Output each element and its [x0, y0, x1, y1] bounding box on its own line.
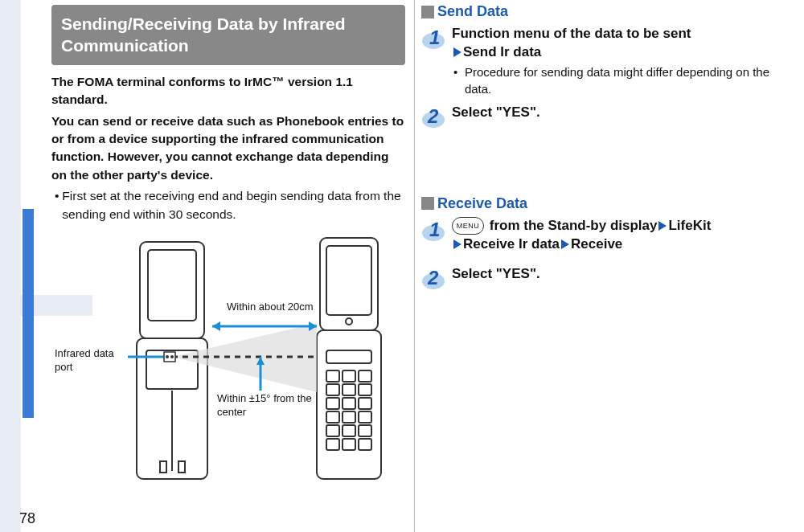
receive-step1-a: from the Stand-by display: [486, 218, 657, 233]
svg-rect-0: [140, 242, 204, 338]
receive-step1-c: Receive Ir data: [463, 236, 560, 252]
intro-para-1: The FOMA terminal conforms to IrMC™ vers…: [51, 73, 405, 109]
sidebar-strip: [0, 0, 21, 532]
ir-diagram: Within about 20cm Infrared data port Wit…: [51, 230, 405, 495]
label-ir-port: Infrared data port: [55, 347, 127, 374]
svg-rect-14: [359, 370, 371, 382]
bullet-mark: •: [51, 187, 62, 223]
receive-step1-line1: MENU from the Stand-by displayLifeKit: [452, 217, 798, 235]
svg-text:1: 1: [429, 27, 440, 48]
svg-rect-7: [320, 238, 378, 330]
arrow-icon: [453, 239, 461, 249]
send-step1-note: Procedure for sending data might differ …: [465, 63, 798, 97]
svg-rect-20: [359, 398, 371, 409]
section-title: Sending/Receiving Data by Infrared Commu…: [51, 5, 405, 65]
svg-rect-29: [359, 439, 371, 450]
sidebar-accent: [23, 209, 34, 418]
bullet-mark: •: [452, 63, 465, 97]
svg-point-9: [346, 318, 352, 325]
svg-rect-11: [326, 350, 371, 363]
send-data-heading: Send Data: [421, 3, 798, 20]
svg-text:2: 2: [427, 267, 439, 289]
menu-button-icon: MENU: [452, 217, 484, 235]
send-step-2: 2 Select "YES".: [421, 104, 798, 129]
svg-marker-33: [212, 321, 220, 331]
svg-rect-12: [326, 370, 339, 382]
svg-rect-8: [326, 246, 371, 315]
page-number: 78: [19, 510, 35, 527]
arrow-icon: [453, 47, 461, 57]
receive-data-heading: Receive Data: [421, 195, 798, 212]
svg-rect-23: [359, 411, 371, 423]
svg-rect-1: [148, 250, 196, 321]
square-icon: [421, 6, 434, 18]
label-distance: Within about 20cm: [227, 301, 314, 314]
intro-bullet: • First set at the receiving end and beg…: [51, 187, 405, 223]
arrow-icon: [561, 239, 569, 249]
send-step-1: 1 Function menu of the data to be sent S…: [421, 25, 798, 97]
svg-rect-25: [343, 425, 355, 436]
svg-rect-28: [343, 439, 355, 450]
svg-rect-16: [343, 384, 355, 395]
label-angle: Within ±15° from the center: [217, 392, 330, 419]
step-number-1-icon: 1: [421, 25, 447, 51]
svg-rect-26: [359, 425, 371, 436]
square-icon: [421, 197, 434, 210]
svg-text:2: 2: [427, 105, 439, 127]
svg-text:1: 1: [429, 219, 440, 240]
svg-rect-19: [343, 398, 355, 409]
receive-step2-text: Select "YES".: [452, 265, 798, 284]
send-data-title: Send Data: [437, 3, 508, 20]
svg-rect-17: [359, 384, 371, 395]
arrow-icon: [658, 221, 667, 231]
svg-point-40: [170, 355, 174, 358]
svg-rect-5: [160, 461, 166, 473]
left-column: Sending/Receiving Data by Infrared Commu…: [51, 0, 405, 532]
svg-rect-13: [343, 370, 355, 382]
send-step2-text: Select "YES".: [452, 104, 798, 122]
step-number-1-icon: 1: [421, 217, 447, 243]
bullet-text: First set at the receiving end and begin…: [62, 187, 405, 223]
svg-rect-27: [326, 439, 339, 450]
svg-point-39: [166, 355, 169, 358]
receive-step1-d: Receive: [571, 236, 622, 252]
step-number-2-icon: 2: [421, 265, 447, 291]
send-step1-line2: Send Ir data: [463, 44, 541, 59]
svg-rect-24: [326, 425, 339, 436]
intro-para-2: You can send or receive data such as Pho…: [51, 113, 405, 185]
receive-step1-b: LifeKit: [668, 218, 711, 233]
receive-data-title: Receive Data: [437, 195, 527, 212]
column-divider: [414, 0, 415, 532]
step-number-2-icon: 2: [421, 104, 447, 129]
right-column: Send Data 1 Function menu of the data to…: [421, 0, 798, 532]
svg-rect-6: [178, 461, 185, 473]
receive-step-2: 2 Select "YES".: [421, 265, 798, 291]
receive-step-1: 1 MENU from the Stand-by displayLifeKit …: [421, 217, 798, 254]
svg-rect-22: [343, 411, 355, 423]
receive-step1-line2: Receive Ir dataReceive: [452, 235, 798, 254]
send-step1-line1: Function menu of the data to be sent: [452, 25, 798, 43]
